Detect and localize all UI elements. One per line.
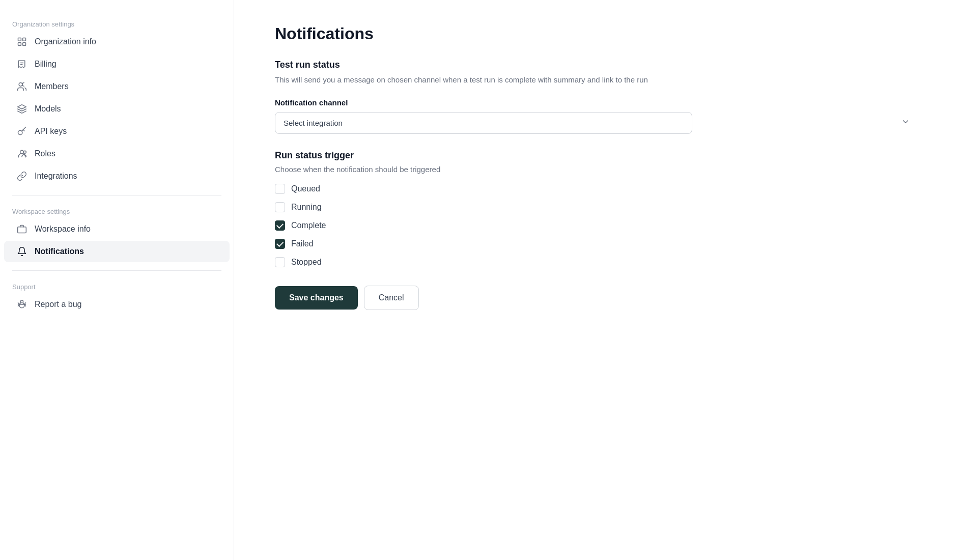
link-icon [16,171,27,182]
select-wrapper: Select integration [275,112,918,134]
checkbox-queued[interactable]: Queued [275,184,918,194]
sidebar-item-report-bug[interactable]: Report a bug [4,294,230,315]
sidebar-item-label: Roles [35,149,55,158]
grid-icon [16,36,27,47]
users-icon [16,81,27,92]
cancel-button[interactable]: Cancel [364,286,419,310]
sidebar-item-models[interactable]: Models [4,98,230,120]
sidebar-item-roles[interactable]: Roles [4,143,230,164]
svg-rect-8 [18,227,26,233]
org-section-label: Organization settings [0,16,234,30]
checkbox-running-label: Running [291,203,322,212]
sidebar-item-billing[interactable]: Billing [4,53,230,75]
checkbox-list: Queued Running Complete Failed Stopped [275,184,918,267]
support-section-label: Support [0,279,234,293]
sidebar-item-label: Organization info [35,37,96,46]
main-content: Notifications Test run status This will … [234,0,959,560]
checkbox-stopped[interactable]: Stopped [275,257,918,267]
checkbox-queued-input[interactable] [275,184,285,194]
notification-channel-section: Notification channel Select integration [275,98,918,134]
workspace-section-label: Workspace settings [0,204,234,217]
cube-icon [16,103,27,115]
checkbox-queued-label: Queued [291,184,320,193]
sidebar-item-notifications[interactable]: Notifications [4,241,230,262]
sidebar-item-label: Billing [35,60,57,69]
sidebar-item-api-keys[interactable]: API keys [4,121,230,142]
checkbox-complete-label: Complete [291,221,326,230]
sidebar-item-label: Members [35,82,69,91]
checkbox-failed-label: Failed [291,239,314,248]
checkbox-stopped-input[interactable] [275,257,285,267]
bug-icon [16,299,27,310]
sidebar-item-org-info[interactable]: Organization info [4,31,230,52]
checkbox-running-input[interactable] [275,202,285,212]
sidebar-item-label: Notifications [35,247,84,256]
svg-rect-2 [18,43,21,46]
save-button[interactable]: Save changes [275,286,358,310]
sidebar-item-label: Models [35,104,61,114]
test-run-description: This will send you a message on chosen c… [275,74,918,86]
sidebar-item-label: Workspace info [35,225,91,234]
checkbox-failed[interactable]: Failed [275,239,918,249]
sidebar-item-label: Report a bug [35,300,82,309]
run-status-trigger-section: Run status trigger Choose when the notif… [275,150,918,267]
sidebar-item-label: API keys [35,127,67,136]
integration-select[interactable]: Select integration [275,112,692,134]
notification-channel-label: Notification channel [275,98,918,107]
test-run-title: Test run status [275,60,918,70]
svg-point-4 [19,83,22,87]
svg-point-7 [23,151,26,153]
checkbox-running[interactable]: Running [275,202,918,212]
sidebar-item-workspace-info[interactable]: Workspace info [4,218,230,240]
svg-rect-3 [23,43,26,46]
run-status-trigger-title: Run status trigger [275,150,918,161]
page-title: Notifications [275,24,918,43]
button-group: Save changes Cancel [275,286,918,310]
bell-icon [16,246,27,257]
sidebar-item-members[interactable]: Members [4,76,230,97]
chevron-down-icon [901,117,910,128]
sidebar: Organization settings Organization info … [0,0,234,560]
checkbox-failed-input[interactable] [275,239,285,249]
person-icon [16,148,27,159]
run-status-trigger-description: Choose when the notification should be t… [275,165,918,174]
sidebar-divider [12,195,221,195]
sidebar-divider-2 [12,270,221,271]
sidebar-item-integrations[interactable]: Integrations [4,165,230,187]
test-run-section: Test run status This will send you a mes… [275,60,918,86]
checkbox-complete[interactable]: Complete [275,220,918,231]
svg-rect-1 [23,38,26,41]
sidebar-item-label: Integrations [35,172,77,181]
checkbox-complete-input[interactable] [275,220,285,231]
svg-rect-9 [19,303,24,308]
key-icon [16,126,27,137]
receipt-icon [16,59,27,70]
checkbox-stopped-label: Stopped [291,258,322,267]
svg-rect-0 [18,38,21,41]
briefcase-icon [16,223,27,235]
